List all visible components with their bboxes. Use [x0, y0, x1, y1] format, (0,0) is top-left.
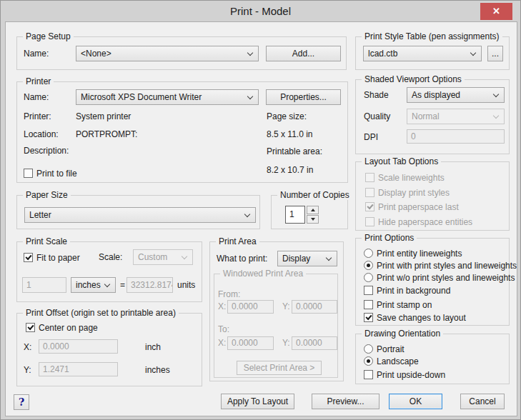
save-changes-to-layout-checkbox[interactable]: Save changes to layout: [364, 312, 466, 323]
paper-size-select[interactable]: Letter: [24, 207, 256, 223]
printer-name-label: Name:: [24, 89, 49, 105]
titlebar[interactable]: Print - Model: [1, 1, 520, 21]
fit-to-paper-label: Fit to paper: [36, 253, 80, 263]
offset-y-label: Y:: [24, 362, 31, 378]
print-paperspace-last-label: Print paperspace last: [378, 202, 459, 212]
shade-select[interactable]: As displayed: [407, 87, 505, 103]
dpi-label: DPI: [364, 129, 378, 145]
checkbox-icon: [24, 253, 33, 262]
print-stamp-on-checkbox[interactable]: Print stamp on: [364, 299, 432, 310]
chevron-down-icon: [247, 94, 253, 99]
spinner-down-button[interactable]: [307, 215, 319, 224]
fit-to-paper-checkbox[interactable]: Fit to paper: [24, 252, 80, 263]
copies-input[interactable]: 1: [285, 206, 305, 224]
dpi-input: 0: [407, 129, 505, 144]
chevron-down-icon: [493, 113, 499, 119]
printable-area-value: 8.2 x 10.7 in: [267, 162, 313, 178]
print-without-styles-radio[interactable]: Print w/o print styles and lineweights: [364, 272, 515, 283]
quality-value: Normal: [412, 109, 440, 124]
display-print-styles-label: Display print styles: [378, 188, 450, 198]
paper-units-name: inches: [76, 278, 101, 292]
print-stamp-on-label: Print stamp on: [377, 300, 432, 310]
chevron-down-icon: [493, 91, 499, 97]
print-upside-down-checkbox[interactable]: Print upside-down: [364, 369, 445, 380]
radio-icon: [364, 344, 373, 354]
save-changes-to-layout-label: Save changes to layout: [377, 313, 466, 323]
copies-spinner: 1: [285, 206, 319, 224]
what-to-print-select[interactable]: Display: [277, 251, 337, 266]
windowed-print-area-title: Windowed Print Area: [220, 269, 306, 279]
from-x-input: 0.0000: [227, 300, 274, 314]
add-button[interactable]: Add...: [266, 46, 341, 61]
chevron-down-icon: [326, 255, 332, 261]
print-to-file-checkbox[interactable]: Print to file: [24, 168, 77, 179]
radio-icon: [364, 249, 373, 258]
center-on-page-checkbox[interactable]: Center on page: [26, 322, 98, 333]
to-y-input: 0.0000: [292, 336, 337, 350]
select-print-area-button: Select Print Area >: [237, 361, 322, 375]
offset-y-unit: inches: [145, 362, 170, 378]
print-style-select[interactable]: lcad.ctb: [363, 46, 482, 61]
page-size-label: Page size:: [267, 109, 307, 124]
checkbox-icon: [365, 188, 374, 197]
portrait-radio[interactable]: Portrait: [364, 344, 405, 354]
equals-sign: =: [120, 277, 125, 293]
quality-label: Quality: [364, 109, 390, 124]
print-entity-lineweights-radio[interactable]: Print entity lineweights: [364, 248, 462, 259]
chevron-down-icon: [470, 50, 476, 56]
display-print-styles-checkbox: Display print styles: [365, 187, 450, 198]
checkbox-icon: [364, 313, 373, 322]
to-y-label: Y:: [282, 336, 290, 350]
cancel-button[interactable]: Cancel: [460, 394, 505, 409]
printer-description-label: Description:: [24, 143, 69, 159]
close-button[interactable]: ✕: [480, 3, 512, 20]
properties-button[interactable]: Properties...: [266, 89, 341, 105]
printer-type-label: Printer:: [24, 109, 51, 124]
print-offset-title: Print Offset (origin set to printable ar…: [23, 308, 179, 318]
print-with-styles-radio[interactable]: Print with print styles and lineweights: [364, 260, 517, 271]
paper-units-select[interactable]: inches: [71, 277, 116, 293]
hide-paperspace-entities-checkbox: Hide paperspace entities: [365, 216, 472, 227]
print-area-title: Print Area: [216, 236, 259, 246]
page-setup-name-select[interactable]: <None>: [76, 46, 259, 61]
preview-button[interactable]: Preview...: [312, 394, 379, 409]
print-in-background-checkbox[interactable]: Print in background: [364, 285, 450, 296]
scale-value: Custom: [138, 250, 167, 264]
print-without-styles-label: Print w/o print styles and lineweights: [377, 273, 515, 283]
checkbox-icon: [26, 323, 35, 332]
page-setup-name-label: Name:: [24, 46, 49, 61]
spinner-up-button[interactable]: [307, 206, 319, 214]
printer-name-select[interactable]: Microsoft XPS Document Writer: [76, 89, 259, 105]
chevron-down-icon: [182, 254, 187, 259]
window-title: Print - Model: [1, 1, 520, 21]
help-button[interactable]: ?: [14, 394, 29, 410]
offset-x-input: 0.0000: [39, 339, 118, 354]
offset-x-label: X:: [24, 339, 31, 355]
print-to-file-label: Print to file: [36, 169, 77, 179]
landscape-radio[interactable]: Landscape: [364, 356, 419, 366]
checkbox-icon: [365, 217, 374, 226]
print-with-styles-label: Print with print styles and lineweights: [377, 261, 517, 271]
copies-title: Number of Copies: [277, 190, 352, 200]
print-options-title: Print Options: [362, 233, 417, 243]
printer-location-value: PORTPROMPT:: [76, 126, 137, 142]
printer-name-value: Microsoft XPS Document Writer: [81, 90, 202, 104]
checkbox-icon: [364, 370, 373, 379]
print-style-browse-button[interactable]: ...: [487, 46, 503, 61]
scale-lineweights-checkbox: Scale lineweights: [365, 172, 445, 183]
shade-value: As displayed: [412, 88, 460, 102]
print-style-table-title: Print Style Table (pen assignments): [362, 31, 502, 41]
offset-y-input: 1.2471: [39, 362, 118, 376]
units-label: units: [177, 277, 195, 293]
chevron-down-icon: [244, 211, 250, 217]
apply-to-layout-button[interactable]: Apply To Layout: [221, 394, 294, 409]
arrow-up-icon: [311, 209, 315, 211]
radio-icon: [364, 261, 373, 270]
to-x-label: X:: [218, 336, 226, 350]
drawing-units-input: 32312.8174: [126, 277, 173, 293]
arrow-down-icon: [311, 218, 315, 221]
landscape-label: Landscape: [377, 356, 419, 366]
print-upside-down-label: Print upside-down: [377, 370, 445, 380]
ok-button[interactable]: OK: [389, 394, 442, 409]
page-setup-name-value: <None>: [81, 46, 111, 61]
